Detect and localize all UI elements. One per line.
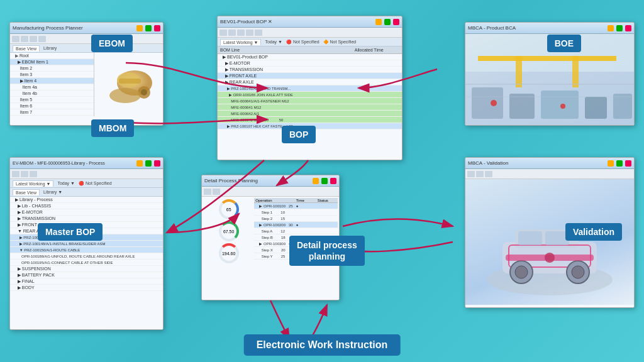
bop-tab-today[interactable]: Today ▼ — [265, 40, 282, 44]
mb-row-11[interactable]: OPR-100195/A/1-CONNECT CABLE AT OTHER SI… — [10, 260, 163, 266]
detail-op-1[interactable]: ▶ OPR-100100 25 ● — [254, 203, 338, 209]
detail-process-badge: Detail process planning — [289, 236, 365, 266]
tree-row-10[interactable]: Item 7 — [10, 109, 94, 116]
detail-op-2[interactable]: Step 1 10 — [254, 209, 338, 216]
tree-row-5[interactable]: ▶ Item 4 — [10, 78, 94, 84]
v-tb-3[interactable] — [485, 171, 492, 177]
detail-op-5[interactable]: Step A 12 — [254, 228, 338, 234]
detail-validation-arrow — [343, 219, 453, 226]
d-tb-2[interactable] — [213, 189, 220, 195]
v-tb-2[interactable] — [476, 171, 484, 177]
detail-op-3[interactable]: Step 2 15 — [254, 216, 338, 222]
boe-maximize-btn[interactable] — [616, 25, 623, 31]
boe-minimize-btn[interactable] — [608, 25, 614, 31]
bop-row-emotor[interactable]: ▶ E-MOTOR — [218, 60, 402, 67]
gauge-2: 67.50 — [219, 221, 239, 241]
bop-close-btn[interactable] — [393, 19, 399, 25]
toolbar-btn-1[interactable] — [12, 36, 19, 42]
mb-subtab-base[interactable]: Base View — [13, 189, 40, 195]
mb-tb-2[interactable] — [21, 171, 28, 177]
ewi-badge: Electronic Work Instruction — [244, 334, 401, 356]
bop-tb-3[interactable] — [237, 30, 245, 36]
bop-row-rearaxle[interactable]: ▶ REAR AXLE — [218, 79, 402, 85]
master-bop-badge: Master BOP — [38, 223, 103, 241]
mb-tab-notspec[interactable]: 🔴 Not Specified — [79, 181, 112, 186]
bop-tab-notspec[interactable]: 🔴 Not Specified — [286, 40, 319, 45]
mb-row-3[interactable]: ▶ E-MOTOR — [10, 209, 163, 216]
mb-row-4[interactable]: ▶ TRANSMISSION — [10, 216, 163, 222]
detail-maximize-btn[interactable] — [321, 178, 328, 184]
mb-row-14[interactable]: ▶ FINAL — [10, 278, 163, 285]
tab-library[interactable]: Library — [43, 46, 57, 50]
toolbar-btn-2[interactable] — [21, 36, 28, 42]
detail-op-4[interactable]: ▶ OPR-100200 30 ● — [254, 222, 338, 228]
tree-row-7[interactable]: Item 4b — [10, 90, 94, 97]
minimize-btn[interactable] — [136, 25, 143, 31]
mb-row-13[interactable]: ▶ BATTERY PACK — [10, 272, 163, 278]
val-minimize-btn[interactable] — [608, 160, 614, 167]
bop-row-mfe2[interactable]: MFE-000641 M12 — [218, 104, 402, 111]
bop-tb-2[interactable] — [228, 30, 236, 36]
tree-row-9[interactable]: Item 6 — [10, 103, 94, 109]
tree-row-6[interactable]: Item 4a — [10, 84, 94, 90]
masterbop-minimize-btn[interactable] — [136, 160, 143, 167]
ebom-titlebar: Manufacturing Process Planner — [10, 23, 163, 34]
mb-row-10[interactable]: OPR-100188/A/1-UNFOLD, ROUTE CABLE AROUN… — [10, 253, 163, 260]
bop-tb-5[interactable] — [255, 30, 262, 36]
mb-row-2[interactable]: ▶ Lib - CHASSIS — [10, 203, 163, 209]
bop-tb-4[interactable] — [246, 30, 253, 36]
v-tb-1[interactable] — [467, 171, 475, 177]
boe-close-btn[interactable] — [625, 25, 631, 31]
mb-subtab-lib[interactable]: Library ▼ — [43, 190, 62, 194]
bop-row-frontaxle[interactable]: ▶ FRONT AXLE — [218, 73, 402, 79]
toolbar-btn-4[interactable] — [38, 36, 46, 42]
validation-title-text: MBCA - Validation — [468, 160, 508, 166]
bop-row-prz[interactable]: ▶ PRZ-100145/A/1-LOAD TRANSM... — [218, 85, 402, 92]
bop-row-root[interactable]: ▶ BEV01-Product BOP — [218, 54, 402, 60]
tree-row-3[interactable]: Item 2 — [10, 65, 94, 72]
mb-row-1[interactable]: ▶ Library - Process — [10, 197, 163, 203]
detail-minimize-btn[interactable] — [313, 178, 319, 184]
svg-rect-14 — [509, 94, 535, 119]
mb-row-9[interactable]: ▼ PRZ-100150/A/1-ROUTE CABLE — [10, 247, 163, 253]
d-tb-1[interactable] — [204, 189, 211, 195]
svg-rect-12 — [572, 56, 579, 87]
mb-row-12[interactable]: ▶ SUSPENSION — [10, 266, 163, 272]
bop-maximize-btn[interactable] — [384, 19, 391, 25]
tree-row-4[interactable]: Item 3 — [10, 72, 94, 78]
mb-tb-3[interactable] — [30, 171, 37, 177]
master-bop-panel: EV-MBOM - MFE-000006953-Library - Proces… — [9, 157, 164, 330]
bop-row-orr[interactable]: ▶ ORR-100186 JOIN AXLE ATT SIDE — [218, 92, 402, 98]
svg-point-19 — [560, 104, 565, 109]
close-btn[interactable] — [154, 25, 160, 31]
bop-row-trans[interactable]: ▶ TRANSMISSION — [218, 67, 402, 73]
val-close-btn[interactable] — [625, 160, 631, 167]
tree-row-2[interactable]: ▶ EBOM Item 1 — [10, 59, 94, 65]
masterbop-close-btn[interactable] — [154, 160, 160, 167]
bop-row-mfe1[interactable]: MFE-000641/A/1-FASTENER M12 — [218, 98, 402, 104]
val-maximize-btn[interactable] — [616, 160, 623, 167]
mb-row-8[interactable]: ▶ PRZ-100148/A/1-INSTALL BRAKE/SLIDER AS… — [10, 241, 163, 247]
boe-title-text: MBCA - Product BCA — [468, 25, 516, 31]
svg-rect-15 — [541, 90, 579, 119]
tree-row-1: ▶ Root — [10, 53, 94, 59]
toolbar-btn-3[interactable] — [30, 36, 37, 42]
bop-row-mfe3[interactable]: MFE-000642 A/1 — [218, 111, 402, 117]
bop-tb-1[interactable] — [219, 30, 227, 36]
svg-point-29 — [572, 266, 584, 278]
detail-close-btn[interactable] — [330, 178, 336, 184]
tree-row-8[interactable]: Item 5 — [10, 97, 94, 103]
tab-base-view[interactable]: Base View — [13, 45, 40, 52]
mb-tab-today[interactable]: Today ▼ — [57, 181, 75, 185]
mb-tb-1[interactable] — [12, 171, 19, 177]
svg-point-27 — [515, 266, 528, 278]
svg-point-6 — [141, 89, 147, 96]
masterbop-maximize-btn[interactable] — [145, 160, 152, 167]
bop-tab-latest[interactable]: Latest Working ▼ — [220, 39, 261, 45]
mb-tab-latest[interactable]: Latest Working ▼ — [13, 180, 53, 187]
maximize-btn[interactable] — [145, 25, 152, 31]
bop-tab-hotspec[interactable]: 🔶 Not Specified — [323, 40, 357, 45]
bop-row-mfe4[interactable]: MFE-000642 M12 L90 50 — [218, 117, 402, 123]
mb-row-15[interactable]: ▶ BODY — [10, 285, 163, 291]
bop-minimize-btn[interactable] — [375, 19, 382, 25]
